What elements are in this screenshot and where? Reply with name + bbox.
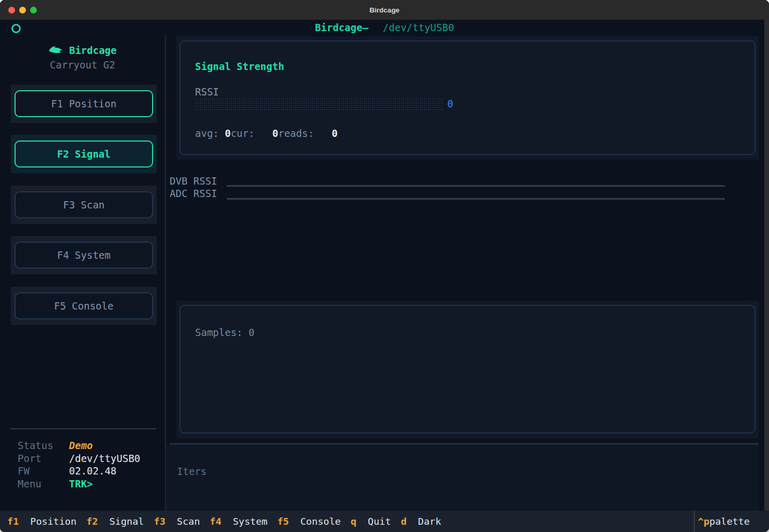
terminal-content: Birdcage—/dev/ttyUSB0 Birdcage Carryout … [0,20,769,532]
status-row-menu: MenuTRK> [18,478,140,491]
footer-item-system[interactable]: f4System [210,516,277,527]
minimize-button[interactable] [19,7,26,13]
dvb-rssi-label: DVB RSSI [170,175,217,187]
status-value: Demo [69,440,93,451]
status-row-fw: FW02.02.48 [18,465,140,478]
avg-value: 0 [225,128,230,139]
app-window: Birdcage Birdcage—/dev/ttyUSB0 Birdcage … [0,0,769,532]
samples-panel: Samples: 0 [176,301,759,438]
logo-name: Birdcage [69,45,117,56]
traffic-lights [8,7,37,13]
footer-item-console[interactable]: f5Console [277,516,350,527]
footer-item-palette[interactable]: ^ppalette [694,511,769,532]
rssi-gauge-bar [195,98,445,110]
sidebar-divider [10,428,156,429]
scrollbar-track[interactable] [764,20,769,511]
rssi-stats: avg: 0cur: 0reads: 0 [195,128,338,139]
signal-strength-panel: Signal Strength RSSI 0 avg: 0cur: 0reads… [176,36,759,160]
samples-count: Samples: 0 [195,327,254,338]
adc-rssi-sparkline [227,198,725,200]
button-f4-system[interactable]: F4 System [15,242,153,269]
window-title: Birdcage [369,6,400,14]
status-row-port: Port/dev/ttyUSB0 [18,452,140,465]
rssi-gauge-value: 0 [447,98,453,110]
reads-value: 0 [332,128,337,139]
dvb-rssi-sparkline [227,185,725,187]
iters-section: Iters [166,444,759,511]
tile-signal: F2 Signal [11,135,157,173]
signal-panel-title: Signal Strength [195,61,284,72]
maximize-button[interactable] [30,7,37,13]
tile-system: F4 System [11,236,157,274]
titlebar: Birdcage [0,0,769,20]
footer-item-signal[interactable]: f2Signal [86,516,154,527]
footer-item-scan[interactable]: f3Scan [154,516,210,527]
samples-panel-border [180,305,756,433]
button-f5-console[interactable]: F5 Console [15,292,153,319]
app-header-port: /dev/ttyUSB0 [383,22,454,33]
button-f2-signal[interactable]: F2 Signal [15,141,153,167]
rssi-gauge-label: RSSI [195,86,219,97]
port-value: /dev/ttyUSB0 [69,453,140,464]
status-block: StatusDemo Port/dev/ttyUSB0 FW02.02.48 M… [18,439,140,490]
menu-value: TRK> [69,478,93,489]
sidebar-main-divider [165,34,166,511]
tile-scan: F3 Scan [11,186,157,224]
status-row-status: StatusDemo [18,439,140,452]
bird-icon [48,45,64,56]
app-header-name: Birdcage— [315,22,368,33]
button-f1-position[interactable]: F1 Position [15,90,153,117]
app-logo: Birdcage Carryout G2 [0,45,165,71]
iters-label: Iters [177,466,207,477]
close-button[interactable] [8,7,15,13]
footer-keybar: f1Position f2Signal f3Scan f4System f5Co… [0,511,769,532]
cur-value: 0 [272,128,278,139]
app-header: Birdcage—/dev/ttyUSB0 [0,22,769,33]
footer-item-dark[interactable]: dDark [401,516,451,527]
footer-item-position[interactable]: f1Position [7,516,86,527]
tile-console: F5 Console [11,287,157,325]
adc-rssi-label: ADC RSSI [170,188,217,199]
tile-position: F1 Position [11,85,157,123]
button-f3-scan[interactable]: F3 Scan [15,191,153,218]
fw-value: 02.02.48 [69,465,117,477]
footer-item-quit[interactable]: qQuit [351,516,401,527]
logo-subtitle: Carryout G2 [0,59,165,71]
